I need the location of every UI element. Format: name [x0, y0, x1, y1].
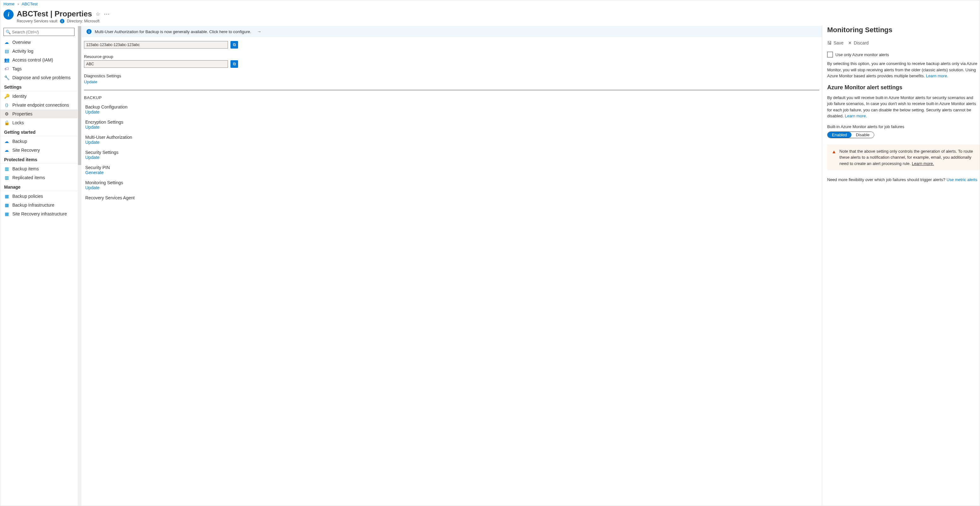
- banner-text: Multi-User Authorization for Backup is n…: [95, 29, 251, 34]
- search-icon: 🔍: [6, 30, 11, 34]
- property-action-link[interactable]: Update: [85, 185, 818, 190]
- tag-icon: 🏷: [4, 66, 9, 71]
- sidebar-item-diagnose-and-solve-problems[interactable]: 🔧Diagnose and solve problems: [0, 73, 78, 82]
- checkbox-label: Use only Azure monitor alerts: [835, 52, 889, 57]
- sidebar-item-overview[interactable]: ☁Overview: [0, 38, 78, 47]
- items-icon: ▥: [4, 166, 9, 171]
- sidebar-item-site-recovery[interactable]: ☁Site Recovery: [0, 146, 78, 155]
- learn-more-link[interactable]: Learn more.: [845, 114, 867, 118]
- nav-label: Replicated items: [12, 175, 45, 180]
- infra-icon: ▦: [4, 203, 9, 208]
- sidebar-item-backup-items[interactable]: ▥Backup items: [0, 164, 78, 173]
- panel-title: Monitoring Settings: [827, 26, 980, 34]
- scrollbar[interactable]: [78, 26, 81, 506]
- nav-label: Site Recovery: [12, 148, 40, 153]
- diagnostics-label: Diagnostics Settings: [84, 73, 819, 78]
- backup-icon: ☁: [4, 139, 9, 144]
- lock-icon: 🔒: [4, 120, 9, 125]
- nav-label: Private endpoint connections: [12, 103, 69, 108]
- nav-group-settings: Settings: [0, 82, 78, 91]
- nav-label: Properties: [12, 111, 32, 116]
- resource-group-label: Resource group: [84, 54, 819, 59]
- sidebar-item-site-recovery-infrastructure[interactable]: ▦Site Recovery infrastructure: [0, 209, 78, 218]
- diagnostics-update-link[interactable]: Update: [84, 79, 97, 84]
- sidebar-item-tags[interactable]: 🏷Tags: [0, 64, 78, 73]
- nav-label: Backup policies: [12, 194, 43, 199]
- property-backup-configuration: Backup ConfigurationUpdate: [81, 103, 822, 118]
- property-action-link[interactable]: Update: [85, 109, 818, 114]
- recovery-icon: ☁: [4, 148, 9, 153]
- info-icon[interactable]: i: [60, 19, 64, 23]
- property-action-link[interactable]: Update: [85, 125, 818, 130]
- nav-group-manage: Manage: [0, 182, 78, 191]
- users-icon: 👥: [4, 57, 9, 62]
- monitoring-settings-panel: Monitoring Settings 🖫Save ✕Discard Use o…: [822, 26, 980, 506]
- use-azure-monitor-checkbox[interactable]: [827, 52, 833, 57]
- nav-label: Identity: [12, 94, 27, 99]
- resource-type: Recovery Services vault: [17, 19, 57, 23]
- property-label: Monitoring Settings: [85, 180, 818, 185]
- property-security-pin: Security PINGenerate: [81, 164, 822, 179]
- info-banner[interactable]: i Multi-User Authorization for Backup is…: [81, 26, 822, 37]
- panel-subtitle: Azure Monitor alert settings: [827, 84, 980, 91]
- wrench-icon: 🔧: [4, 75, 9, 80]
- more-icon[interactable]: ⋯: [104, 10, 110, 17]
- nav-group-protected-items: Protected items: [0, 155, 78, 164]
- sidebar-item-access-control-iam-[interactable]: 👥Access control (IAM): [0, 56, 78, 64]
- sidebar-item-identity[interactable]: 🔑Identity: [0, 92, 78, 101]
- property-label: Backup Configuration: [85, 105, 818, 109]
- sidebar-item-locks[interactable]: 🔒Locks: [0, 118, 78, 127]
- nav-label: Activity log: [12, 49, 33, 54]
- cloud-icon: ☁: [4, 40, 9, 45]
- endpoint-icon: ⟨⟩: [4, 103, 9, 108]
- sidebar-item-properties[interactable]: ⚙Properties: [0, 109, 78, 118]
- sidebar-item-backup-infrastructure[interactable]: ▦Backup Infrastructure: [0, 201, 78, 209]
- property-action-link[interactable]: Generate: [85, 170, 818, 175]
- nav-label: Backup Infrastructure: [12, 203, 54, 208]
- discard-button[interactable]: ✕Discard: [848, 40, 869, 45]
- property-action-link[interactable]: Update: [85, 155, 818, 160]
- copy-button[interactable]: ⧉: [231, 41, 238, 49]
- property-label: Encryption Settings: [85, 119, 818, 125]
- panel-footer: Need more flexibility over which job fai…: [827, 177, 980, 183]
- sidebar-item-activity-log[interactable]: ▤Activity log: [0, 47, 78, 56]
- toggle-label: Built-in Azure Monitor alerts for job fa…: [827, 124, 980, 129]
- sidebar: 🔍 « ☁Overview▤Activity log👥Access contro…: [0, 26, 78, 506]
- job-failure-alerts-toggle[interactable]: Enabled Disable: [827, 132, 874, 138]
- resource-icon: i: [3, 10, 14, 19]
- save-button[interactable]: 🖫Save: [827, 40, 843, 45]
- toggle-disable[interactable]: Disable: [851, 132, 874, 138]
- copy-button[interactable]: ⧉: [231, 60, 238, 68]
- policies-icon: ▦: [4, 194, 9, 199]
- sidebar-item-backup-policies[interactable]: ▦Backup policies: [0, 192, 78, 201]
- property-label: Multi-User Authorization: [85, 135, 818, 140]
- nav-label: Tags: [12, 66, 22, 71]
- warning-box: ▲ Note that the above setting only contr…: [827, 144, 980, 171]
- sidebar-item-replicated-items[interactable]: ▥Replicated items: [0, 173, 78, 182]
- property-encryption-settings: Encryption SettingsUpdate: [81, 118, 822, 133]
- use-metric-alerts-link[interactable]: Use metric alerts: [947, 177, 977, 182]
- sidebar-item-backup[interactable]: ☁Backup: [0, 137, 78, 146]
- divider: [84, 90, 819, 90]
- page-title: ABCTest | Properties: [17, 10, 92, 18]
- resource-group-field[interactable]: [84, 60, 228, 68]
- learn-more-link[interactable]: Learn more.: [926, 73, 948, 78]
- star-icon[interactable]: ☆: [95, 11, 100, 17]
- panel-description-2: By default you will receive built-in Azu…: [827, 95, 980, 119]
- save-icon: 🖫: [827, 40, 832, 45]
- search-box[interactable]: 🔍: [3, 28, 75, 36]
- panel-description: By selecting this option, you are consen…: [827, 60, 980, 79]
- breadcrumb-home[interactable]: Home: [3, 2, 14, 6]
- nav-label: Diagnose and solve problems: [12, 75, 70, 80]
- property-label: Recovery Services Agent: [85, 195, 818, 200]
- search-input[interactable]: [12, 30, 72, 34]
- nav-label: Backup: [12, 139, 27, 144]
- directory-label: Directory: Microsoft: [67, 19, 99, 23]
- toggle-enabled[interactable]: Enabled: [827, 132, 851, 138]
- learn-more-link[interactable]: Learn more.: [912, 161, 934, 166]
- sidebar-item-private-endpoint-connections[interactable]: ⟨⟩Private endpoint connections: [0, 101, 78, 109]
- property-action-link[interactable]: Update: [85, 140, 818, 145]
- close-icon: ✕: [848, 40, 852, 45]
- breadcrumb-current[interactable]: ABCTest: [22, 2, 38, 6]
- subscription-id-field[interactable]: [84, 41, 228, 49]
